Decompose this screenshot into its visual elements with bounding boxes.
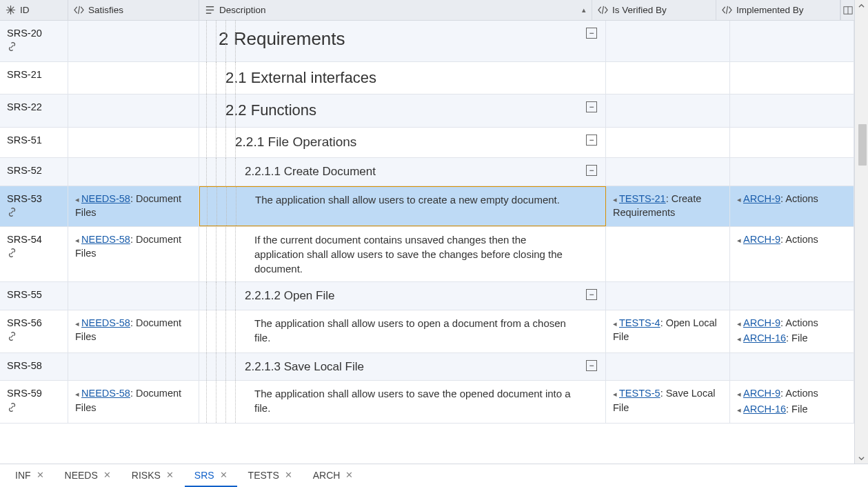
cell-description[interactable]: The application shall allow users to sav… [199, 381, 606, 423]
reference-link[interactable]: ARCH-16 [743, 332, 786, 344]
reference-text: : File [786, 332, 807, 344]
cell-description[interactable]: The application shall allow users to ope… [199, 310, 606, 352]
table-row[interactable]: SRS-202 Requirements− [0, 21, 854, 62]
table-row[interactable]: SRS-552.2.1.2 Open File− [0, 282, 854, 310]
reference-link[interactable]: TESTS-4 [619, 317, 660, 328]
scroll-thumb[interactable] [858, 124, 867, 166]
cell-verified [606, 128, 730, 157]
cell-description[interactable]: 2.2.1.2 Open File− [199, 282, 606, 310]
reference-link[interactable]: TESTS-21 [619, 193, 666, 204]
reference-text: : Actions [780, 234, 818, 245]
tab-tests[interactable]: TESTS✕ [239, 464, 302, 487]
tab-risks[interactable]: RISKS✕ [122, 464, 183, 487]
cell-satisfies [68, 353, 199, 381]
caret-left-icon: ◂ [737, 334, 741, 344]
reference-link[interactable]: ARCH-16 [743, 404, 786, 415]
column-header-verified[interactable]: Is Verified By [592, 0, 716, 20]
cell-description[interactable]: 2.1 External interfaces [199, 62, 606, 95]
cell-verified [606, 95, 730, 127]
reference-text: : Actions [780, 317, 818, 328]
table-row[interactable]: SRS-522.2.1.1 Create Document− [0, 158, 854, 186]
tab-label: RISKS [132, 470, 161, 481]
cell-description[interactable]: If the current document contains unsaved… [199, 227, 606, 281]
tab-label: INF [15, 470, 31, 481]
cell-verified [606, 21, 730, 61]
cell-satisfies [68, 62, 199, 95]
reference-link[interactable]: ARCH-9 [743, 234, 780, 245]
table-row[interactable]: SRS-54◂NEEDS-58: Document FilesIf the cu… [0, 227, 854, 282]
reference-link[interactable]: NEEDS-58 [81, 234, 130, 245]
collapse-toggle[interactable]: − [586, 101, 597, 112]
column-chooser-button[interactable] [840, 0, 854, 20]
cell-description[interactable]: 2.2.1 File Operations− [199, 128, 606, 157]
table-row[interactable]: SRS-212.1 External interfaces [0, 62, 854, 95]
cell-implemented [730, 62, 854, 95]
reference-item: ◂NEEDS-58: Document Files [75, 316, 192, 344]
scroll-down-button[interactable] [855, 453, 868, 464]
table-row[interactable]: SRS-56◂NEEDS-58: Document FilesThe appli… [0, 310, 854, 353]
reference-item: ◂ARCH-9: Actions [737, 316, 847, 330]
column-header-id[interactable]: ID [0, 0, 68, 20]
grid-body[interactable]: SRS-202 Requirements−SRS-212.1 External … [0, 21, 854, 464]
cell-implemented: ◂ARCH-9: Actions [730, 227, 854, 281]
cell-implemented [730, 282, 854, 310]
table-row[interactable]: SRS-59◂NEEDS-58: Document FilesThe appli… [0, 381, 854, 424]
reference-link[interactable]: ARCH-9 [743, 317, 780, 328]
cell-id: SRS-22 [0, 95, 68, 127]
table-row[interactable]: SRS-222.2 Functions− [0, 95, 854, 128]
collapse-toggle[interactable]: − [586, 289, 597, 300]
column-header-label: Is Verified By [612, 5, 667, 15]
cell-description[interactable]: 2 Requirements− [199, 21, 606, 61]
collapse-toggle[interactable]: − [586, 28, 597, 39]
cell-description[interactable]: 2.2.1.1 Create Document− [199, 158, 606, 186]
table-row[interactable]: SRS-53◂NEEDS-58: Document FilesThe appli… [0, 186, 854, 228]
close-icon[interactable]: ✕ [345, 470, 353, 480]
close-icon[interactable]: ✕ [37, 470, 44, 480]
column-header-description[interactable]: Description [199, 0, 592, 20]
cell-description[interactable]: 2.2 Functions− [199, 95, 606, 127]
vertical-scrollbar[interactable] [854, 0, 868, 464]
close-icon[interactable]: ✕ [285, 470, 292, 480]
scroll-up-button[interactable] [855, 0, 868, 11]
caret-left-icon: ◂ [737, 319, 741, 329]
reference-link[interactable]: TESTS-5 [619, 388, 660, 399]
asterisk-icon [6, 5, 16, 15]
code-icon [598, 5, 608, 15]
close-icon[interactable]: ✕ [220, 470, 228, 480]
tab-label: ARCH [313, 470, 341, 481]
cell-implemented [730, 353, 854, 381]
cell-implemented: ◂ARCH-9: Actions [730, 186, 854, 227]
caret-left-icon: ◂ [613, 319, 617, 329]
close-icon[interactable]: ✕ [166, 470, 174, 480]
cell-description[interactable]: 2.2.1.3 Save Local File− [199, 353, 606, 381]
collapse-toggle[interactable]: − [586, 360, 597, 371]
table-row[interactable]: SRS-512.2.1 File Operations− [0, 128, 854, 158]
reference-link[interactable]: ARCH-9 [743, 388, 780, 399]
collapse-toggle[interactable]: − [586, 165, 597, 176]
reference-link[interactable]: ARCH-9 [743, 193, 780, 204]
cell-id: SRS-20 [0, 21, 68, 61]
row-id: SRS-21 [7, 68, 61, 81]
description-text: If the current document contains unsaved… [206, 232, 598, 276]
tab-needs[interactable]: NEEDS✕ [55, 464, 121, 487]
description-text: The application shall allow users to sav… [206, 386, 598, 415]
tab-inf[interactable]: INF✕ [6, 464, 54, 487]
row-id: SRS-59 [7, 386, 61, 400]
collapse-toggle[interactable]: − [586, 135, 597, 146]
tab-srs[interactable]: SRS✕ [185, 464, 237, 487]
column-header-implemented[interactable]: Implemented By [716, 0, 840, 20]
tab-arch[interactable]: ARCH✕ [303, 464, 363, 487]
link-icon [7, 41, 17, 55]
code-icon [74, 5, 84, 15]
cell-description[interactable]: The application shall allow users to cre… [199, 186, 606, 227]
reference-link[interactable]: NEEDS-58 [81, 317, 130, 328]
reference-link[interactable]: NEEDS-58 [81, 193, 130, 204]
description-text: 2.2.1.2 Open File [206, 288, 598, 304]
row-id: SRS-20 [7, 26, 61, 40]
cell-implemented: ◂ARCH-9: Actions◂ARCH-16: File [730, 310, 854, 352]
reference-link[interactable]: NEEDS-58 [81, 388, 130, 399]
table-row[interactable]: SRS-582.2.1.3 Save Local File− [0, 353, 854, 381]
column-header-satisfies[interactable]: Satisfies [68, 0, 199, 20]
close-icon[interactable]: ✕ [103, 470, 111, 480]
reference-item: ◂TESTS-5: Save Local File [613, 386, 723, 415]
